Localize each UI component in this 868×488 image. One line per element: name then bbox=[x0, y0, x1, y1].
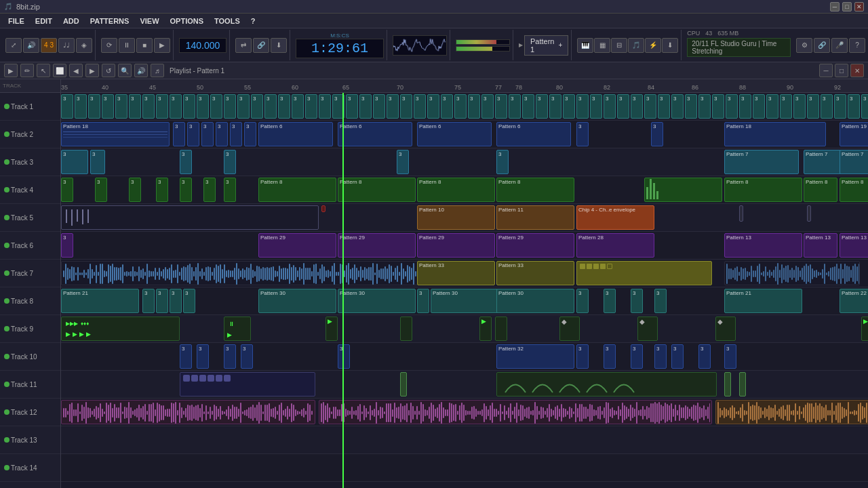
pattern-block[interactable]: Pattern 30 bbox=[496, 289, 574, 313]
pattern-block[interactable]: Pattern 6 bbox=[258, 122, 333, 146]
pattern-block[interactable]: Pattern 8 bbox=[258, 178, 336, 202]
pattern-block[interactable]: Pattern 6 bbox=[338, 122, 412, 146]
pattern-block[interactable]: Pattern 8 bbox=[417, 178, 495, 202]
pattern-block[interactable]: 3 bbox=[821, 94, 833, 119]
pattern-block[interactable]: 3 bbox=[468, 94, 480, 119]
pattern-block[interactable]: 3 bbox=[658, 94, 670, 119]
mic-icon[interactable]: 🎤 bbox=[831, 38, 848, 53]
pattern-block-marker[interactable] bbox=[321, 205, 326, 212]
menu-edit[interactable]: EDIT bbox=[30, 16, 58, 26]
pattern-block[interactable]: 3 bbox=[604, 344, 616, 369]
pattern-block[interactable]: 3 bbox=[536, 94, 548, 119]
pattern-block[interactable]: 3 bbox=[173, 122, 185, 146]
pattern-block[interactable]: 3 bbox=[224, 178, 236, 202]
waveform-block-right[interactable] bbox=[724, 261, 860, 285]
pattern-block[interactable]: Pattern 21 bbox=[61, 289, 139, 313]
pattern-block[interactable]: Pattern 33 bbox=[417, 261, 495, 285]
bpm-display[interactable]: 140.000 bbox=[179, 38, 226, 53]
pencil-btn[interactable]: ✏ bbox=[20, 64, 34, 77]
pattern-block[interactable] bbox=[180, 372, 315, 396]
pattern-block[interactable]: 3 bbox=[496, 150, 509, 174]
audio-block[interactable] bbox=[400, 317, 412, 341]
track-row-2[interactable]: Pattern 18 3 3 3 3 3 3 Pattern 6 Pattern… bbox=[61, 121, 868, 148]
pattern-block[interactable]: 3 bbox=[698, 94, 711, 119]
pattern-block[interactable]: 3 bbox=[793, 94, 806, 119]
playlist-close-btn[interactable]: ✕ bbox=[850, 64, 864, 77]
playlist-min-btn[interactable]: ─ bbox=[819, 64, 833, 77]
pattern-block[interactable]: 3 bbox=[417, 289, 429, 313]
track-row-14[interactable] bbox=[61, 454, 868, 482]
track-row-9[interactable]: ▶▶▶ ♦♦♦ ▶ ▶ ▶ ▶ ⏸ ▶ ▶ bbox=[61, 315, 868, 343]
piano-header-btn[interactable]: ♬ bbox=[151, 64, 164, 77]
audio-block[interactable]: ⏸ ▶ bbox=[224, 317, 251, 341]
pattern-block[interactable]: 3 bbox=[102, 94, 114, 119]
pattern-block[interactable]: Pattern 10 bbox=[417, 205, 495, 230]
pattern-block[interactable]: Pattern 18 bbox=[724, 122, 826, 146]
menu-file[interactable]: FILE bbox=[3, 16, 30, 26]
pattern-block[interactable]: 3 bbox=[338, 344, 350, 369]
minimize-button[interactable]: ─ bbox=[830, 2, 840, 12]
pattern-block[interactable]: 3 bbox=[576, 289, 589, 313]
chip-block[interactable]: Chip 4 - Ch..e envelope bbox=[576, 205, 654, 230]
pattern-block[interactable]: Pattern 29 bbox=[417, 233, 495, 258]
pattern-block[interactable]: 3 bbox=[604, 289, 616, 313]
pattern-block[interactable]: 3 bbox=[90, 150, 105, 174]
waveform-block-12c[interactable] bbox=[715, 400, 868, 424]
track-row-8[interactable]: Pattern 21 3 3 3 3 Pattern 30 Pattern 30… bbox=[61, 287, 868, 315]
pattern-block[interactable]: Pattern 8 bbox=[840, 178, 868, 202]
pattern-block[interactable]: 3 bbox=[631, 344, 643, 369]
pattern-block[interactable]: Pattern 21 bbox=[724, 289, 802, 313]
waveform-block-12a[interactable] bbox=[61, 400, 315, 424]
pattern-block[interactable]: 3 bbox=[61, 233, 73, 258]
pattern-block[interactable]: 3 bbox=[115, 94, 127, 119]
pattern-block[interactable]: 3 bbox=[292, 94, 304, 119]
pattern-block[interactable]: 3 bbox=[278, 94, 290, 119]
mix-btn2[interactable]: 🔗 bbox=[253, 38, 269, 53]
cursor-tool-btn[interactable]: ⤢ bbox=[5, 38, 22, 53]
pattern-block[interactable]: Pattern 30 bbox=[258, 289, 336, 313]
pattern-block[interactable]: 3 bbox=[739, 94, 751, 119]
rec-counter-btn[interactable]: 4 3 bbox=[41, 38, 57, 53]
pattern-block[interactable]: Pattern 29 bbox=[496, 233, 574, 258]
pattern-block[interactable]: Pattern 7 bbox=[724, 150, 799, 174]
play-header-btn[interactable]: ▶ bbox=[4, 64, 18, 77]
track-row-12[interactable] bbox=[61, 399, 868, 426]
menu-patterns[interactable]: PATTERNS bbox=[85, 16, 135, 26]
pattern-block[interactable]: Pattern 13 bbox=[804, 233, 837, 258]
pattern-block[interactable]: 3 bbox=[576, 344, 589, 369]
pattern-block[interactable]: Pattern 33 bbox=[496, 261, 574, 285]
audio-block[interactable]: ◆ bbox=[715, 317, 736, 341]
pattern-block[interactable]: 3 bbox=[387, 94, 399, 119]
mix-btn3[interactable]: ⬇ bbox=[271, 38, 287, 53]
mixer-btn[interactable]: ⊟ bbox=[611, 38, 627, 53]
pattern-block[interactable]: 3 bbox=[726, 94, 738, 119]
pattern-block[interactable]: 3 bbox=[180, 150, 192, 174]
pattern-block[interactable]: Pattern 28 bbox=[576, 233, 654, 258]
pattern-block[interactable]: 3 bbox=[604, 94, 616, 119]
track-row-11[interactable] bbox=[61, 371, 868, 399]
menu-add[interactable]: ADD bbox=[58, 16, 85, 26]
pattern-block[interactable]: 3 bbox=[654, 289, 667, 313]
pattern-block[interactable]: 3 bbox=[359, 94, 372, 119]
track-row-1[interactable]: 3 3 3 3 3 3 3 3 3 3 3 3 3 3 3 3 3 3 3 3 bbox=[61, 93, 868, 121]
pattern-block[interactable]: Pattern 19 bbox=[840, 122, 868, 146]
pattern-block[interactable]: 3 bbox=[180, 344, 192, 369]
pattern-block[interactable]: 3 bbox=[142, 289, 155, 313]
pattern-block[interactable]: 3 bbox=[203, 178, 216, 202]
pattern-block[interactable]: 3 bbox=[644, 94, 656, 119]
pause-btn[interactable]: ⏸ bbox=[119, 38, 135, 53]
pattern-block[interactable]: 3 bbox=[264, 94, 277, 119]
pattern-block[interactable]: Pattern 13 bbox=[840, 233, 868, 258]
menu-help[interactable]: ? bbox=[245, 16, 261, 26]
pattern-block[interactable]: 3 bbox=[332, 94, 344, 119]
pattern-block[interactable] bbox=[739, 372, 746, 396]
track-row-6[interactable]: 3 Pattern 29 Pattern 29 Pattern 29 Patte… bbox=[61, 232, 868, 260]
pattern-block[interactable]: 3 bbox=[712, 94, 724, 119]
audio-block[interactable]: ◆ bbox=[637, 317, 658, 341]
audio-block[interactable]: ▶ bbox=[861, 317, 868, 341]
cursor-btn[interactable]: ↖ bbox=[37, 64, 50, 77]
pattern-block[interactable]: 3 bbox=[481, 94, 494, 119]
step-seq-btn[interactable]: ▦ bbox=[594, 38, 610, 53]
pattern-block[interactable]: 3 bbox=[780, 94, 792, 119]
pattern-block[interactable]: 3 bbox=[88, 94, 100, 119]
